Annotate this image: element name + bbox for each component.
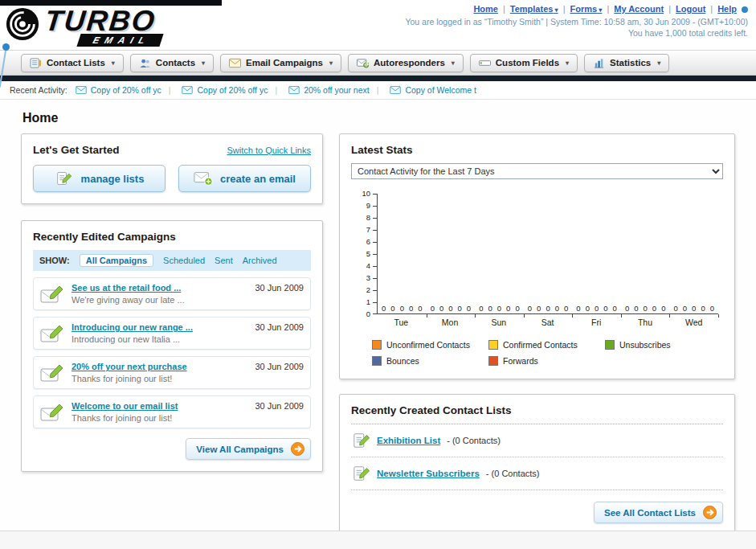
recent-activity-label: Recent Activity:: [10, 85, 67, 95]
pencil-page-icon: [55, 170, 74, 186]
chart-group: 00000: [427, 194, 476, 313]
campaign-title-link[interactable]: See us at the retail food ...: [72, 283, 247, 293]
chart-plot: 00000000000000000000000000000000000: [377, 194, 718, 314]
chart-x-tick-label: Mon: [426, 318, 475, 327]
see-all-contact-lists-button[interactable]: See All Contact Lists: [594, 502, 723, 523]
contact-list-details: - (0 Contacts): [447, 436, 501, 445]
campaign-date: 30 Jun 2009: [255, 322, 304, 344]
recent-activity-item[interactable]: 20% off your next: [268, 85, 369, 95]
view-all-campaigns-button[interactable]: View All Campaigns: [186, 438, 311, 460]
header-right: HomeTemplatesFormsMy AccountLogoutHelp Y…: [405, 4, 748, 38]
nav-tab-contact-lists[interactable]: Contact Lists: [21, 54, 124, 72]
campaign-title-link[interactable]: 20% off your next purchase: [72, 362, 247, 371]
filter-scheduled[interactable]: Scheduled: [163, 256, 205, 265]
contact-list-item[interactable]: Exhibition List - (0 Contacts): [351, 424, 723, 457]
campaign-title-link[interactable]: Introducing our new range ...: [72, 322, 247, 332]
recent-activity-item[interactable]: Copy of 20% off yc: [161, 85, 268, 95]
nav-tab-label: Email Campaigns: [246, 58, 323, 68]
campaign-date: 30 Jun 2009: [255, 401, 304, 423]
chart-x-tick-label: Sun: [474, 318, 523, 327]
chart-plot-groups: 00000000000000000000000000000000000: [378, 194, 718, 313]
legend-item-unconfirmed: Unconfirmed Contacts: [372, 340, 488, 350]
header-dot: [742, 6, 748, 13]
email-campaigns-icon: [229, 58, 241, 68]
header-link-forms[interactable]: Forms: [558, 4, 603, 14]
header-links: HomeTemplatesFormsMy AccountLogoutHelp: [405, 4, 748, 14]
main-nav: Contact Lists Contacts Email Campaigns A…: [0, 50, 756, 76]
contact-lists-title: Recently Created Contact Lists: [351, 404, 723, 424]
chart-group: 00000: [669, 194, 718, 313]
header-link-my-account[interactable]: My Account: [602, 4, 664, 14]
header-link-help[interactable]: Help: [705, 4, 737, 14]
edit-email-icon: [40, 363, 64, 383]
pencil-page-icon: [353, 465, 370, 482]
login-info: You are logged in as “Timothy Smith” | S…: [405, 17, 748, 27]
chart-legend: Unconfirmed Contacts Confirmed Contacts …: [372, 340, 723, 366]
filter-all-campaigns[interactable]: All Campaigns: [80, 254, 153, 267]
campaign-subtitle: Thanks for joining our list!: [72, 413, 247, 423]
legend-swatch: [488, 356, 498, 366]
edit-email-icon: [40, 403, 64, 422]
manage-lists-button[interactable]: manage lists: [33, 165, 166, 192]
nav-tab-statistics[interactable]: Statistics: [584, 54, 669, 72]
manage-lists-label: manage lists: [81, 173, 145, 185]
filter-sent[interactable]: Sent: [215, 256, 233, 265]
campaign-text: See us at the retail food ... We're givi…: [72, 283, 247, 305]
envelope-icon: [182, 86, 193, 94]
campaign-text: Introducing our new range ... Introducin…: [72, 322, 247, 344]
contact-lists-panel: Recently Created Contact Lists Exhibitio…: [339, 394, 735, 535]
header-link-templates[interactable]: Templates: [498, 4, 558, 14]
stats-period-select[interactable]: Contact Activity for the Last 7 Days: [351, 163, 723, 179]
campaign-list-item[interactable]: Welcome to our email list Thanks for joi…: [33, 395, 311, 428]
chart-group: 00000: [475, 194, 524, 313]
nav-tab-contacts[interactable]: Contacts: [130, 54, 214, 72]
legend-label: Bounces: [386, 356, 419, 366]
campaign-date: 30 Jun 2009: [255, 283, 304, 305]
go-arrow-icon: [703, 506, 717, 519]
go-arrow-icon: [291, 442, 304, 456]
show-label: SHOW:: [39, 256, 70, 265]
contact-lists-icon: [30, 58, 42, 68]
filter-archived[interactable]: Archived: [243, 256, 277, 265]
legend-label: Unsubscribes: [619, 340, 671, 350]
recent-activity-item[interactable]: Copy of 20% off yc: [76, 85, 161, 95]
contact-activity-chart: 012345678910 000000000000000000000000000…: [356, 194, 718, 327]
recent-activity-bar: Recent Activity: Copy of 20% off yc Copy…: [0, 81, 756, 100]
app-logo: TURBO EMAIL: [0, 0, 223, 50]
nav-tab-label: Autoresponders: [374, 58, 445, 68]
chart-x-tick-label: Sat: [523, 318, 572, 327]
logo-title: TURBO: [43, 4, 157, 38]
contact-list-name-link[interactable]: Exhibition List: [377, 436, 440, 445]
campaign-list-item[interactable]: Introducing our new range ... Introducin…: [33, 317, 311, 350]
logo-dot: [2, 43, 10, 51]
legend-item-bounces: Bounces: [372, 356, 488, 366]
statistics-icon: [593, 58, 605, 68]
header-link-home[interactable]: Home: [473, 4, 498, 14]
contact-list-name-link[interactable]: Newsletter Subscribers: [377, 469, 480, 478]
campaign-list-item[interactable]: 20% off your next purchase Thanks for jo…: [33, 356, 311, 389]
divider-bar: [0, 76, 756, 81]
page-footer: [0, 531, 756, 549]
header-link-logout[interactable]: Logout: [664, 4, 705, 14]
chart-y-axis: 012345678910: [356, 194, 377, 314]
campaign-list-item[interactable]: See us at the retail food ... We're givi…: [33, 277, 311, 310]
logo-subtitle: EMAIL: [76, 34, 163, 47]
campaign-subtitle: We're giving away our late ...: [72, 295, 247, 305]
contact-list-item[interactable]: Newsletter Subscribers - (0 Contacts): [351, 457, 723, 490]
campaigns-title: Recently Edited Campaigns: [33, 231, 311, 243]
nav-tab-custom-fields[interactable]: Custom Fields: [470, 54, 578, 72]
envelope-plus-icon: [194, 170, 213, 186]
campaign-subtitle: Thanks for joining our list!: [72, 374, 247, 383]
chart-x-tick-label: Thu: [621, 318, 670, 327]
switch-quick-links-link[interactable]: Switch to Quick Links: [227, 145, 311, 155]
campaign-text: 20% off your next purchase Thanks for jo…: [72, 362, 247, 383]
nav-tab-autoresponders[interactable]: Autoresponders: [348, 54, 464, 72]
legend-swatch: [372, 356, 382, 366]
main-content: Home Let's Get Started Switch to Quick L…: [0, 100, 756, 531]
contacts-icon: [139, 58, 151, 68]
legend-item-unsubscribes: Unsubscribes: [605, 340, 721, 350]
create-email-button[interactable]: create an email: [178, 165, 311, 192]
recent-activity-item[interactable]: Copy of Welcome t: [370, 85, 476, 95]
nav-tab-email-campaigns[interactable]: Email Campaigns: [220, 54, 341, 72]
campaign-title-link[interactable]: Welcome to our email list: [72, 401, 247, 411]
